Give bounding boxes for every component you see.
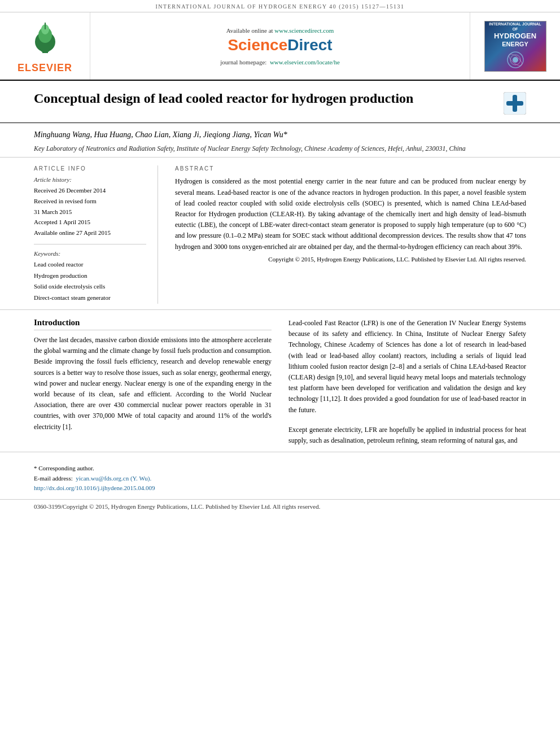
elsevier-logo: ELSEVIER: [18, 18, 72, 74]
doi-link[interactable]: http://dx.doi.org/10.1016/j.ijhydene.201…: [34, 484, 155, 491]
authors-section: Minghuang Wang, Hua Huang, Chao Lian, Xi…: [0, 123, 560, 158]
introduction-heading: Introduction: [34, 318, 272, 330]
journal-homepage-line: journal homepage: www.elsevier.com/locat…: [220, 59, 340, 65]
crossmark-icon: [504, 92, 526, 115]
keyword-4: Direct-contact steam generator: [34, 292, 146, 304]
sciencedirect-url[interactable]: www.sciencedirect.com: [274, 27, 334, 34]
article-info-column: Article Info Article history: Received 2…: [34, 165, 158, 304]
journal-header-bar: International Journal of Hydrogen Energy…: [0, 0, 560, 12]
elsevier-tree-icon: [25, 18, 65, 58]
elsevier-wordmark: ELSEVIER: [18, 62, 72, 74]
article-title-section: Conceptual design of lead cooled reactor…: [0, 81, 560, 123]
sciencedirect-area: Available online at www.sciencedirect.co…: [90, 12, 470, 80]
doi-line: http://dx.doi.org/10.1016/j.ijhydene.201…: [34, 483, 526, 493]
email-address[interactable]: yican.wu@fds.org.cn (Y. Wu).: [76, 475, 151, 482]
elsevier-logo-area: ELSEVIER: [0, 12, 90, 80]
revised-date: 31 March 2015: [34, 207, 146, 217]
footnote-section: * Corresponding author. E-mail address: …: [0, 452, 560, 493]
accepted-date: Accepted 1 April 2015: [34, 217, 146, 228]
info-divider: [34, 244, 146, 244]
keywords-list: Lead cooled reactor Hydrogen production …: [34, 259, 146, 304]
journal-homepage-url[interactable]: www.elsevier.com/locate/he: [270, 59, 340, 65]
email-label: E-mail address:: [34, 475, 73, 482]
keyword-1: Lead cooled reactor: [34, 259, 146, 270]
right-body-column: Lead-cooled Fast Reactor (LFR) is one of…: [288, 318, 526, 446]
svg-rect-13: [506, 101, 523, 106]
svg-rect-5: [41, 50, 49, 52]
body-section: Introduction Over the last decades, mass…: [0, 310, 560, 452]
journal-cover-area: International Journal of HYDROGEN ENERGY: [470, 12, 560, 80]
intro-right-paragraph-2: Except generate electricity, LFR are hop…: [288, 425, 526, 446]
bottom-copyright-text: 0360-3199/Copyright © 2015, Hydrogen Ene…: [34, 503, 320, 510]
corresponding-author-note: * Corresponding author.: [34, 464, 526, 474]
intro-left-paragraph: Over the last decades, massive carbon di…: [34, 335, 272, 433]
journal-cover-graphic: [504, 50, 527, 70]
available-online-date: Available online 27 April 2015: [34, 228, 146, 238]
received-date: Received 26 December 2014: [34, 185, 146, 196]
keywords-label: Keywords:: [34, 250, 146, 257]
copyright-text: Copyright © 2015, Hydrogen Energy Public…: [175, 256, 526, 263]
crossmark-logo[interactable]: [492, 90, 526, 117]
journal-title-bar: International Journal of Hydrogen Energy…: [155, 3, 404, 10]
article-title: Conceptual design of lead cooled reactor…: [34, 90, 492, 107]
article-info-label: Article Info: [34, 165, 146, 172]
received-revised-label: Received in revised form: [34, 196, 146, 207]
abstract-body: Hydrogen is considered as the most poten…: [175, 176, 526, 252]
direct-part: Direct: [287, 36, 332, 54]
publisher-header: ELSEVIER Available online at www.science…: [0, 12, 560, 81]
article-info-abstract-section: Article Info Article history: Received 2…: [0, 158, 560, 310]
svg-point-8: [513, 57, 518, 63]
abstract-column: Abstract Hydrogen is considered as the m…: [175, 165, 526, 304]
bottom-copyright-bar: 0360-3199/Copyright © 2015, Hydrogen Ene…: [0, 499, 560, 513]
journal-cover-image: International Journal of HYDROGEN ENERGY: [484, 21, 546, 72]
abstract-label: Abstract: [175, 165, 526, 172]
intro-right-paragraph-1: Lead-cooled Fast Reactor (LFR) is one of…: [288, 318, 526, 416]
science-part: Science: [228, 36, 287, 54]
journal-cover-title: International Journal of HYDROGEN ENERGY: [488, 22, 543, 48]
available-online-text: Available online at www.sciencedirect.co…: [226, 27, 334, 34]
corresponding-label: * Corresponding author.: [34, 465, 94, 471]
left-body-column: Introduction Over the last decades, mass…: [34, 318, 272, 446]
affiliation-text: Key Laboratory of Neutronics and Radiati…: [34, 143, 526, 154]
history-label: Article history:: [34, 176, 146, 183]
keyword-3: Solid oxide electrolysis cells: [34, 281, 146, 292]
email-line: E-mail address: yican.wu@fds.org.cn (Y. …: [34, 474, 526, 484]
sciencedirect-logo: ScienceDirect: [228, 36, 332, 54]
keyword-2: Hydrogen production: [34, 270, 146, 282]
authors-list: Minghuang Wang, Hua Huang, Chao Lian, Xi…: [34, 129, 526, 141]
